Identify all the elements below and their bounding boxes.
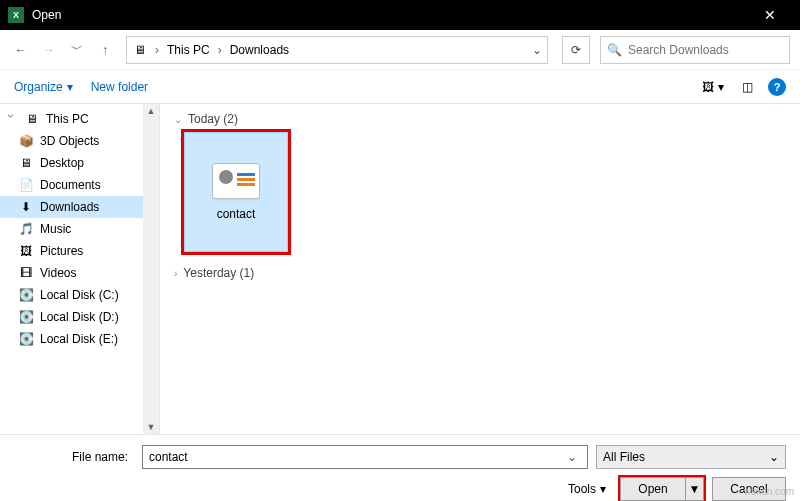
tools-menu[interactable]: Tools ▾ xyxy=(568,482,606,496)
vcard-icon xyxy=(212,163,260,199)
tree-3d-objects[interactable]: 📦3D Objects xyxy=(0,130,159,152)
filetype-filter[interactable]: All Files ⌄ xyxy=(596,445,786,469)
tree-label: Music xyxy=(40,222,71,236)
view-options-button[interactable]: 🖼 ▾ xyxy=(700,76,726,98)
tree-music[interactable]: 🎵Music xyxy=(0,218,159,240)
organize-button[interactable]: Organize ▾ xyxy=(14,80,73,94)
search-box[interactable]: 🔍 xyxy=(600,36,790,64)
title-bar: X Open ✕ xyxy=(0,0,800,30)
tree-label: Desktop xyxy=(40,156,84,170)
crumb-this-pc[interactable]: This PC xyxy=(161,37,216,63)
tree-label: Downloads xyxy=(40,200,99,214)
back-button[interactable]: ← xyxy=(10,39,32,61)
group-label: Today (2) xyxy=(188,112,238,126)
main-area: 🖥 This PC 📦3D Objects 🖥Desktop 📄Document… xyxy=(0,104,800,434)
open-button[interactable]: Open xyxy=(620,477,686,501)
pc-icon: 🖥 xyxy=(131,41,149,59)
chevron-right-icon: › xyxy=(174,268,177,279)
file-list[interactable]: ⌄ Today (2) contact › Yesterday (1) xyxy=(160,104,800,434)
navigation-bar: ← → ﹀ ↑ 🖥 › This PC › Downloads ⌄ ⟳ 🔍 xyxy=(0,30,800,70)
command-bar: Organize ▾ New folder 🖼 ▾ ◫ ? xyxy=(0,70,800,104)
filename-input[interactable] xyxy=(149,450,563,464)
desktop-icon: 🖥 xyxy=(18,155,34,171)
help-button[interactable]: ? xyxy=(768,78,786,96)
tree-documents[interactable]: 📄Documents xyxy=(0,174,159,196)
picture-icon: 🖼 xyxy=(18,243,34,259)
sidebar-scrollbar[interactable]: ▲▼ xyxy=(143,104,159,434)
navigation-tree[interactable]: 🖥 This PC 📦3D Objects 🖥Desktop 📄Document… xyxy=(0,104,160,434)
tree-label: 3D Objects xyxy=(40,134,99,148)
cube-icon: 📦 xyxy=(18,133,34,149)
crumb-downloads[interactable]: Downloads xyxy=(224,37,295,63)
refresh-button[interactable]: ⟳ xyxy=(562,36,590,64)
chevron-down-icon: ▾ xyxy=(67,80,73,94)
tree-drive-d[interactable]: 💽Local Disk (D:) xyxy=(0,306,159,328)
recent-locations-button[interactable]: ﹀ xyxy=(66,39,88,61)
tree-drive-e[interactable]: 💽Local Disk (E:) xyxy=(0,328,159,350)
file-contact[interactable]: contact xyxy=(184,132,288,252)
group-label: Yesterday (1) xyxy=(183,266,254,280)
group-header-today[interactable]: ⌄ Today (2) xyxy=(174,112,786,126)
download-icon: ⬇ xyxy=(18,199,34,215)
excel-app-icon: X xyxy=(8,7,24,23)
up-button[interactable]: ↑ xyxy=(94,39,116,61)
window-title: Open xyxy=(32,8,747,22)
tree-label: This PC xyxy=(46,112,89,126)
tree-label: Pictures xyxy=(40,244,83,258)
tree-label: Local Disk (E:) xyxy=(40,332,118,346)
tree-label: Documents xyxy=(40,178,101,192)
breadcrumb[interactable]: 🖥 › This PC › Downloads ⌄ xyxy=(126,36,548,64)
filename-label: File name: xyxy=(14,450,134,464)
tree-label: Videos xyxy=(40,266,76,280)
preview-pane-button[interactable]: ◫ xyxy=(734,76,760,98)
search-input[interactable] xyxy=(628,43,783,57)
scroll-up-icon[interactable]: ▲ xyxy=(147,106,156,116)
chevron-down-icon: ⌄ xyxy=(769,450,779,464)
pc-icon: 🖥 xyxy=(24,111,40,127)
close-button[interactable]: ✕ xyxy=(747,0,792,30)
drive-icon: 💽 xyxy=(18,331,34,347)
dialog-footer: File name: ⌄ All Files ⌄ Tools ▾ Open ▼ … xyxy=(0,434,800,501)
tree-label: Local Disk (C:) xyxy=(40,288,119,302)
chevron-right-icon[interactable]: › xyxy=(153,43,161,57)
group-header-yesterday[interactable]: › Yesterday (1) xyxy=(174,266,786,280)
tree-drive-c[interactable]: 💽Local Disk (C:) xyxy=(0,284,159,306)
forward-button[interactable]: → xyxy=(38,39,60,61)
filename-dropdown[interactable]: ⌄ xyxy=(563,450,581,464)
drive-icon: 💽 xyxy=(18,287,34,303)
open-button-group: Open ▼ xyxy=(620,477,704,501)
chevron-right-icon[interactable]: › xyxy=(216,43,224,57)
file-name: contact xyxy=(217,207,256,221)
breadcrumb-dropdown[interactable]: ⌄ xyxy=(527,43,547,57)
tree-this-pc[interactable]: 🖥 This PC xyxy=(0,108,159,130)
drive-icon: 💽 xyxy=(18,309,34,325)
open-dropdown-button[interactable]: ▼ xyxy=(686,477,704,501)
tools-label: Tools xyxy=(568,482,596,496)
tree-downloads[interactable]: ⬇Downloads xyxy=(0,196,159,218)
tree-videos[interactable]: 🎞Videos xyxy=(0,262,159,284)
filename-combobox[interactable]: ⌄ xyxy=(142,445,588,469)
organize-label: Organize xyxy=(14,80,63,94)
video-icon: 🎞 xyxy=(18,265,34,281)
chevron-down-icon: ▾ xyxy=(600,482,606,496)
group-today: ⌄ Today (2) contact xyxy=(174,112,786,252)
search-icon: 🔍 xyxy=(607,43,622,57)
scroll-down-icon[interactable]: ▼ xyxy=(147,422,156,432)
tree-label: Local Disk (D:) xyxy=(40,310,119,324)
tree-pictures[interactable]: 🖼Pictures xyxy=(0,240,159,262)
document-icon: 📄 xyxy=(18,177,34,193)
watermark: wsxdn.com xyxy=(744,486,794,497)
music-icon: 🎵 xyxy=(18,221,34,237)
group-yesterday: › Yesterday (1) xyxy=(174,266,786,280)
tree-desktop[interactable]: 🖥Desktop xyxy=(0,152,159,174)
new-folder-button[interactable]: New folder xyxy=(91,80,148,94)
filter-label: All Files xyxy=(603,450,645,464)
chevron-down-icon: ⌄ xyxy=(174,114,182,125)
